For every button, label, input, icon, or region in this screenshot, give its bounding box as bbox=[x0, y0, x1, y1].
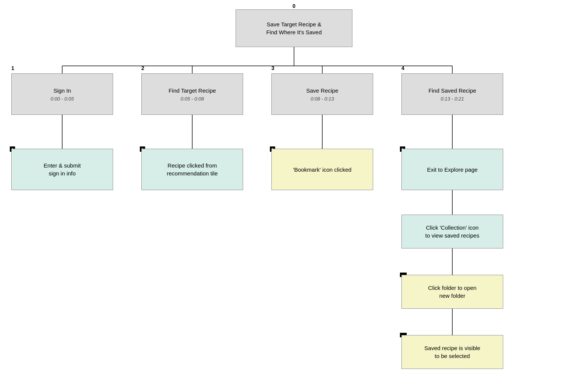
node-signin-subtitle: 0:00 - 0:05 bbox=[51, 96, 74, 102]
diagram: 0 Save Target Recipe & Find Where It's S… bbox=[0, 0, 588, 384]
node-find-saved-subtitle: 0:13 - 0:21 bbox=[441, 96, 464, 102]
root-node-number: 0 bbox=[292, 3, 296, 9]
child-bookmark-clicked: 'Bookmark' icon clicked bbox=[271, 149, 373, 190]
child-bookmark-clicked-label: 'Bookmark' icon clicked bbox=[293, 166, 352, 174]
root-node-title: Save Target Recipe & Find Where It's Sav… bbox=[266, 20, 322, 36]
child-exit-explore: Exit to Explore page bbox=[401, 149, 503, 190]
child-collection-icon-label: Click 'Collection' icon to view saved re… bbox=[425, 224, 479, 239]
child-collection-icon: Click 'Collection' icon to view saved re… bbox=[401, 215, 503, 248]
child-enter-signin-label: Enter & submit sign in info bbox=[44, 162, 81, 177]
root-node: Save Target Recipe & Find Where It's Sav… bbox=[236, 9, 352, 47]
node-find-recipe-subtitle: 0:05 - 0:08 bbox=[181, 96, 204, 102]
child-recipe-clicked-label: Recipe clicked from recommendation tile bbox=[167, 162, 217, 177]
node-find-recipe-title: Find Target Recipe bbox=[168, 87, 216, 94]
child-click-folder-label: Click folder to open new folder bbox=[428, 284, 476, 300]
node1-number: 1 bbox=[11, 65, 14, 71]
node-save-recipe-subtitle: 0:08 - 0:13 bbox=[311, 96, 334, 102]
child-recipe-clicked: Recipe clicked from recommendation tile bbox=[141, 149, 243, 190]
child-saved-visible: Saved recipe is visible to be selected bbox=[401, 335, 503, 369]
node-find-saved-title: Find Saved Recipe bbox=[429, 87, 476, 94]
child-enter-signin: Enter & submit sign in info bbox=[11, 149, 113, 190]
child-exit-explore-label: Exit to Explore page bbox=[427, 166, 478, 174]
node3-number: 3 bbox=[271, 65, 274, 71]
node-signin: Sign In 0:00 - 0:05 bbox=[11, 73, 113, 115]
child-saved-visible-label: Saved recipe is visible to be selected bbox=[424, 344, 480, 360]
node-save-recipe: Save Recipe 0:08 - 0:13 bbox=[271, 73, 373, 115]
node-find-recipe: Find Target Recipe 0:05 - 0:08 bbox=[141, 73, 243, 115]
child-click-folder: Click folder to open new folder bbox=[401, 275, 503, 309]
node4-number: 4 bbox=[401, 65, 404, 71]
node-find-saved: Find Saved Recipe 0:13 - 0:21 bbox=[401, 73, 503, 115]
connector-lines bbox=[0, 0, 588, 384]
node-signin-title: Sign In bbox=[54, 87, 71, 94]
node-save-recipe-title: Save Recipe bbox=[306, 87, 338, 94]
node2-number: 2 bbox=[141, 65, 144, 71]
